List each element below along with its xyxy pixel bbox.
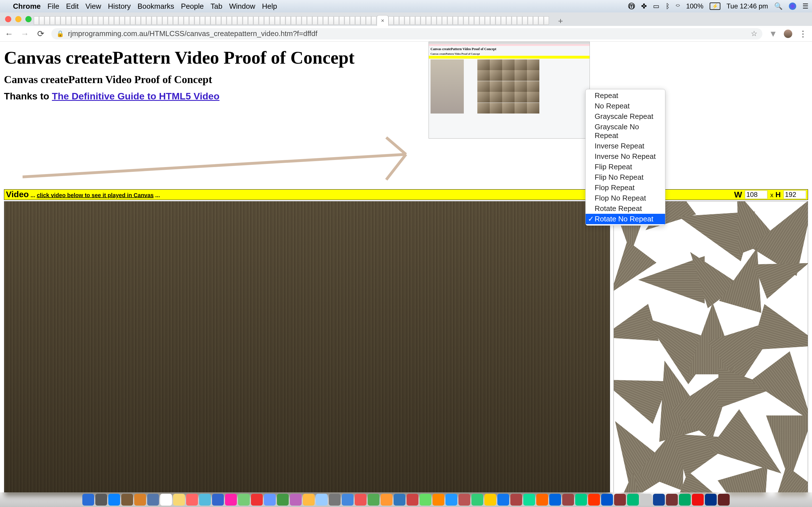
background-tab[interactable] bbox=[205, 16, 210, 25]
dock-app-icon[interactable] bbox=[458, 494, 470, 506]
dropdown-item[interactable]: No Repeat bbox=[586, 101, 665, 111]
dock-app-icon[interactable] bbox=[679, 494, 691, 506]
menu-history[interactable]: History bbox=[108, 2, 131, 11]
dock-app-icon[interactable] bbox=[82, 494, 94, 506]
background-tab[interactable] bbox=[307, 16, 312, 25]
dock-app-icon[interactable] bbox=[692, 494, 704, 506]
dropdown-item[interactable]: Flip Repeat bbox=[586, 162, 665, 172]
background-tab[interactable] bbox=[130, 16, 135, 25]
height-input[interactable] bbox=[783, 190, 806, 199]
menu-file[interactable]: File bbox=[47, 2, 59, 11]
background-tab[interactable] bbox=[211, 16, 216, 25]
background-tab[interactable] bbox=[366, 16, 371, 25]
puzzle-icon[interactable]: ✤ bbox=[641, 2, 647, 10]
background-tab[interactable] bbox=[318, 16, 323, 25]
background-tab[interactable] bbox=[103, 16, 109, 25]
dock-app-icon[interactable] bbox=[147, 494, 159, 506]
background-tab[interactable] bbox=[280, 16, 285, 25]
background-tab[interactable] bbox=[50, 16, 55, 25]
dropdown-item[interactable]: Inverse No Repeat bbox=[586, 151, 665, 162]
dropdown-item[interactable]: Grayscale Repeat bbox=[586, 111, 665, 122]
dock-app-icon[interactable] bbox=[186, 494, 198, 506]
background-tab[interactable] bbox=[195, 16, 200, 25]
menu-window[interactable]: Window bbox=[229, 2, 255, 11]
dock-app-icon[interactable] bbox=[212, 494, 224, 506]
background-tab[interactable] bbox=[232, 16, 237, 25]
background-tab[interactable] bbox=[544, 16, 549, 25]
background-tab[interactable] bbox=[426, 16, 431, 25]
postman-icon[interactable]: ⓜ bbox=[628, 2, 635, 11]
menu-bookmarks[interactable]: Bookmarks bbox=[138, 2, 174, 11]
dock-app-icon[interactable] bbox=[407, 494, 418, 506]
background-tab[interactable] bbox=[506, 16, 511, 25]
background-tab[interactable] bbox=[39, 16, 44, 25]
background-tab[interactable] bbox=[421, 16, 426, 25]
background-tab[interactable] bbox=[238, 16, 243, 25]
background-tab[interactable] bbox=[312, 16, 317, 25]
dock-app-icon[interactable] bbox=[627, 494, 639, 506]
siri-icon[interactable] bbox=[789, 3, 796, 10]
background-tab[interactable] bbox=[448, 16, 453, 25]
background-tab[interactable] bbox=[286, 16, 291, 25]
dock-app-icon[interactable] bbox=[251, 494, 263, 506]
forward-button[interactable]: → bbox=[20, 29, 30, 39]
dropdown-item[interactable]: Repeat bbox=[586, 91, 665, 101]
dock-app-icon[interactable] bbox=[575, 494, 587, 506]
control-center-icon[interactable]: ☰ bbox=[802, 2, 809, 10]
active-tab-close[interactable]: × bbox=[377, 15, 389, 26]
background-tab[interactable] bbox=[114, 16, 119, 25]
dock-app-icon[interactable] bbox=[588, 494, 600, 506]
background-tab[interactable] bbox=[512, 16, 517, 25]
dock-app-icon[interactable] bbox=[368, 494, 379, 506]
wifi-icon[interactable]: ⌔ bbox=[676, 2, 680, 10]
background-tab[interactable] bbox=[87, 16, 93, 25]
background-tab[interactable] bbox=[275, 16, 280, 25]
background-tab[interactable] bbox=[55, 16, 60, 25]
extension-icon[interactable]: ▼ bbox=[768, 29, 778, 39]
background-tab[interactable] bbox=[93, 16, 98, 25]
bookmark-star-icon[interactable]: ☆ bbox=[751, 29, 757, 38]
dock-app-icon[interactable] bbox=[134, 494, 146, 506]
dock-app-icon[interactable] bbox=[290, 494, 302, 506]
background-tab[interactable] bbox=[221, 16, 226, 25]
dock-app-icon[interactable] bbox=[446, 494, 457, 506]
dock-app-icon[interactable] bbox=[342, 494, 354, 506]
background-tab[interactable] bbox=[533, 16, 538, 25]
background-tab[interactable] bbox=[339, 16, 344, 25]
background-tab[interactable] bbox=[355, 16, 360, 25]
background-tab[interactable] bbox=[157, 16, 162, 25]
background-tab[interactable] bbox=[389, 16, 394, 25]
background-tab[interactable] bbox=[328, 16, 334, 25]
battery-icon[interactable]: ⚡ bbox=[710, 3, 720, 10]
menubar-app[interactable]: Chrome bbox=[13, 2, 41, 11]
background-tab[interactable] bbox=[490, 16, 495, 25]
dock-app-icon[interactable] bbox=[121, 494, 133, 506]
new-tab-button[interactable]: + bbox=[555, 16, 566, 26]
dock-app-icon[interactable] bbox=[108, 494, 120, 506]
dock-app-icon[interactable] bbox=[705, 494, 717, 506]
airplay-icon[interactable]: ▭ bbox=[653, 2, 659, 10]
dock-app-icon[interactable] bbox=[238, 494, 250, 506]
dropdown-item[interactable]: Flop Repeat bbox=[586, 182, 665, 193]
background-tab[interactable] bbox=[248, 16, 253, 25]
window-minimize[interactable] bbox=[15, 16, 21, 22]
background-tab[interactable] bbox=[119, 16, 124, 25]
background-tab[interactable] bbox=[517, 16, 522, 25]
background-tab[interactable] bbox=[539, 16, 544, 25]
profile-avatar[interactable] bbox=[784, 30, 792, 38]
background-tab[interactable] bbox=[442, 16, 447, 25]
dock-app-icon[interactable] bbox=[160, 494, 172, 506]
dock-app-icon[interactable] bbox=[277, 494, 289, 506]
dock-app-icon[interactable] bbox=[380, 494, 393, 506]
background-tab[interactable] bbox=[415, 16, 420, 25]
dock-app-icon[interactable] bbox=[497, 494, 509, 506]
background-tab[interactable] bbox=[168, 16, 173, 25]
background-tab[interactable] bbox=[162, 16, 167, 25]
dock-app-icon[interactable] bbox=[173, 494, 185, 506]
background-tab[interactable] bbox=[243, 16, 248, 25]
background-tab[interactable] bbox=[334, 16, 339, 25]
background-tab[interactable] bbox=[125, 16, 130, 25]
background-tab[interactable] bbox=[485, 16, 490, 25]
background-tab[interactable] bbox=[501, 16, 506, 25]
window-zoom[interactable] bbox=[26, 16, 32, 22]
